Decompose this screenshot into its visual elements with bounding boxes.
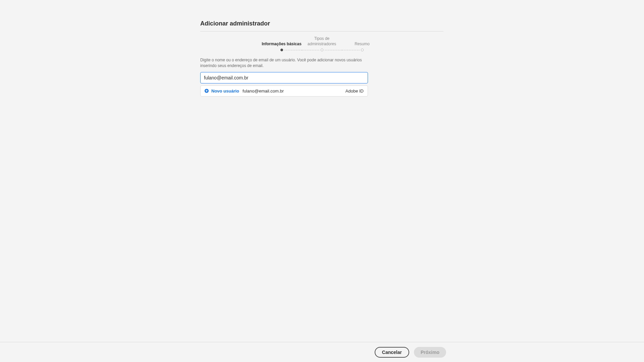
step-label: Tipos de administradores (302, 36, 342, 47)
next-button[interactable]: Próximo (414, 347, 446, 358)
step-label: Informações básicas (262, 42, 302, 47)
instructions-text: Digite o nome ou o endereço de email de … (200, 57, 368, 69)
step-line (284, 50, 302, 50)
step-dot-row (262, 49, 302, 51)
step-label: Resumo (355, 42, 370, 47)
id-type-label: Adobe ID (345, 88, 364, 94)
content-panel: Adicionar administrador Informações bási… (200, 20, 443, 97)
suggestion-item-new-user[interactable]: Novo usuário fulano@email.com.br Adobe I… (201, 86, 368, 96)
cancel-button[interactable]: Cancelar (375, 347, 409, 358)
modal-container: Adicionar administrador Informações bási… (0, 0, 644, 362)
step-dot (280, 49, 283, 51)
step-admin-types: Tipos de administradores (302, 36, 342, 51)
title-divider (200, 31, 443, 32)
step-line (325, 50, 342, 50)
step-dot-row (302, 49, 342, 51)
step-basic-info: Informações básicas (262, 42, 302, 52)
stepper: Informações básicas Tipos de administrad… (200, 36, 443, 51)
suggestion-list: Novo usuário fulano@email.com.br Adobe I… (200, 85, 368, 97)
email-input[interactable] (200, 72, 368, 83)
modal-title: Adicionar administrador (200, 20, 443, 31)
step-dot (361, 49, 364, 51)
step-dot (321, 49, 323, 51)
step-dot-row (342, 49, 382, 51)
plus-circle-icon (205, 89, 209, 93)
new-user-label: Novo usuário (211, 88, 239, 94)
input-area: Novo usuário fulano@email.com.br Adobe I… (200, 72, 368, 97)
svg-rect-2 (206, 90, 208, 91)
suggested-email: fulano@email.com.br (243, 88, 284, 94)
step-line (342, 50, 360, 50)
footer-bar: Cancelar Próximo (0, 342, 644, 362)
step-line (302, 50, 319, 50)
step-summary: Resumo (342, 42, 382, 52)
